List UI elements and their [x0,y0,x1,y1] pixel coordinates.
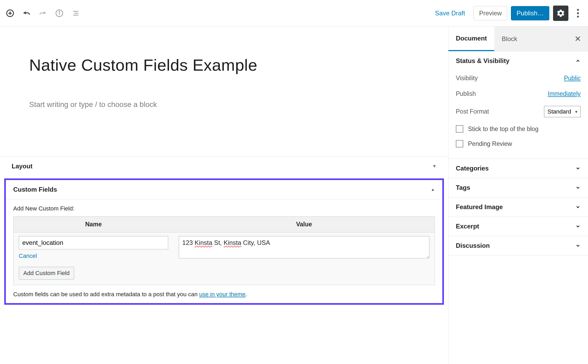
pending-row: Pending Review [456,136,581,151]
publish-label: Publish [456,90,476,97]
add-custom-field-button[interactable]: Add Custom Field [19,267,74,280]
editor-content: Native Custom Fields Example Start writi… [0,26,448,114]
status-panel-header[interactable]: Status & Visibility [448,51,588,70]
featured-image-title: Featured Image [456,203,503,211]
block-placeholder[interactable]: Start writing or type / to choose a bloc… [29,100,419,109]
cf-value-header: Value [173,217,435,232]
categories-title: Categories [456,165,489,172]
chevron-down-icon [575,166,581,171]
editor-column: Native Custom Fields Example Start writi… [0,26,448,364]
tags-title: Tags [456,184,470,191]
settings-sidebar: Document Block ✕ Status & Visibility Vis… [448,26,588,364]
outline-icon[interactable] [70,7,82,19]
status-panel-title: Status & Visibility [456,57,509,65]
layout-metabox: Layout ▼ [4,157,444,176]
chevron-down-icon [575,224,581,229]
chevron-up-icon [575,58,581,64]
toolbar-left-group [3,7,82,19]
custom-fields-body: Add New Custom Field: Name Value [6,199,442,303]
tags-header[interactable]: Tags [448,178,588,197]
excerpt-title: Excerpt [456,223,479,230]
cf-value-textarea[interactable]: 123 Kinsta St, Kinsta City, USA [179,236,429,258]
custom-fields-table: Name Value Cancel [13,216,435,285]
featured-image-header[interactable]: Featured Image [448,197,588,217]
sticky-label: Stick to the top of the blog [468,125,538,133]
format-row: Post Format Standard [456,102,581,122]
custom-fields-metabox: Custom Fields ▲ Add New Custom Field: Na… [6,180,442,303]
svg-point-9 [577,9,579,11]
cf-name-header: Name [14,217,174,232]
custom-fields-title: Custom Fields [13,186,57,193]
settings-button[interactable] [553,6,568,21]
cf-help-text: Custom fields can be used to add extra m… [13,291,435,298]
featured-image-panel: Featured Image [448,197,588,217]
cf-help-link[interactable]: use in your theme [199,291,246,298]
format-select[interactable]: Standard [544,106,581,117]
status-panel: Status & Visibility Visibility Public Pu… [448,51,588,159]
svg-point-11 [577,16,579,17]
sticky-row: Stick to the top of the blog [456,122,581,136]
tags-panel: Tags [448,178,588,197]
chevron-down-icon: ▼ [432,164,436,169]
visibility-value[interactable]: Public [564,75,581,82]
cf-help-prefix: Custom fields can be used to add extra m… [13,291,199,298]
info-icon[interactable] [54,7,65,19]
chevron-down-icon [575,243,581,248]
top-toolbar: Save Draft Preview Publish… [0,0,588,26]
main-area: Native Custom Fields Example Start writi… [0,26,588,364]
layout-title: Layout [12,163,33,170]
chevron-up-icon: ▲ [431,187,435,192]
discussion-title: Discussion [456,242,490,249]
publish-value[interactable]: Immediately [548,90,581,97]
cf-name-input[interactable] [19,236,168,249]
publish-row: Publish Immediately [456,86,581,102]
excerpt-panel: Excerpt [448,217,588,236]
svg-point-10 [577,12,579,14]
custom-fields-header[interactable]: Custom Fields ▲ [6,180,442,199]
excerpt-header[interactable]: Excerpt [448,217,588,236]
status-panel-body: Visibility Public Publish Immediately Po… [448,70,588,159]
categories-panel: Categories [448,159,588,178]
sidebar-tabs: Document Block ✕ [448,26,588,51]
format-label: Post Format [456,108,489,115]
visibility-row: Visibility Public [456,70,581,86]
more-options-icon[interactable] [572,7,584,19]
metaboxes-area: Layout ▼ Custom Fields ▲ Add New Custom … [0,156,448,305]
close-sidebar-icon[interactable]: ✕ [572,34,583,43]
tab-document[interactable]: Document [448,26,494,51]
chevron-down-icon [575,204,581,210]
cf-help-suffix: . [246,291,247,298]
pending-label: Pending Review [468,140,512,147]
discussion-panel: Discussion [448,236,588,255]
add-block-icon[interactable] [4,7,16,19]
publish-button[interactable]: Publish… [511,6,549,20]
undo-icon[interactable] [21,7,32,19]
redo-icon[interactable] [37,7,49,19]
toolbar-right-group: Save Draft Preview Publish… [430,6,584,21]
categories-header[interactable]: Categories [448,159,588,178]
visibility-label: Visibility [456,75,478,82]
svg-point-5 [59,11,60,12]
custom-fields-highlight: Custom Fields ▲ Add New Custom Field: Na… [4,178,444,305]
format-select-wrap: Standard [544,106,581,117]
chevron-down-icon [575,185,581,190]
cf-cancel-link[interactable]: Cancel [19,253,37,259]
preview-button[interactable]: Preview [474,6,507,20]
layout-metabox-header[interactable]: Layout ▼ [4,157,444,176]
pending-checkbox[interactable] [456,140,463,147]
save-draft-button[interactable]: Save Draft [430,6,470,20]
tab-block[interactable]: Block [494,26,525,51]
add-new-cf-label: Add New Custom Field: [13,205,435,212]
discussion-header[interactable]: Discussion [448,236,588,255]
post-title[interactable]: Native Custom Fields Example [29,56,419,74]
sticky-checkbox[interactable] [456,125,463,133]
